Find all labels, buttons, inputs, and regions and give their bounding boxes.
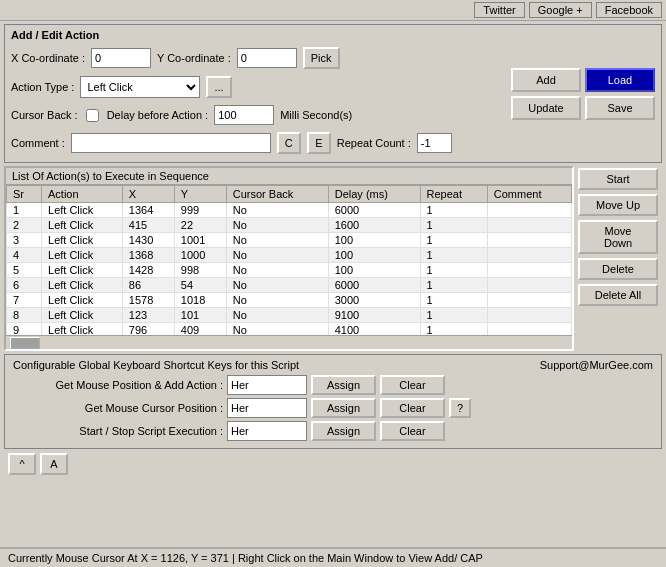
table-row[interactable]: 4Left Click13681000No1001	[7, 248, 572, 263]
table-cell: No	[226, 233, 328, 248]
shortcut-label: Get Mouse Cursor Position :	[13, 402, 223, 414]
table-cell: 9100	[328, 308, 420, 323]
column-header: Sr	[7, 186, 42, 203]
table-title: List Of Action(s) to Execute in Sequence	[6, 168, 572, 185]
question-button[interactable]: ?	[449, 398, 471, 418]
table-cell: 1018	[174, 293, 226, 308]
table-cell: 1428	[122, 263, 174, 278]
table-cell: Left Click	[42, 233, 123, 248]
load-button[interactable]: Load	[585, 68, 655, 92]
table-cell: 1	[420, 248, 487, 263]
table-row[interactable]: 6Left Click8654No60001	[7, 278, 572, 293]
google-plus-button[interactable]: Google +	[529, 2, 592, 18]
table-row[interactable]: 7Left Click15781018No30001	[7, 293, 572, 308]
y-coord-label: Y Co-ordinate :	[157, 52, 231, 64]
add-button[interactable]: Add	[511, 68, 581, 92]
table-cell: 796	[122, 323, 174, 336]
a-button[interactable]: A	[40, 453, 68, 475]
table-cell: 8	[7, 308, 42, 323]
table-cell: 1600	[328, 218, 420, 233]
table-cell: 100	[328, 263, 420, 278]
action-table: SrActionXYCursor BackDelay (ms)RepeatCom…	[6, 185, 572, 335]
table-cell: No	[226, 278, 328, 293]
clear-button[interactable]: Clear	[380, 398, 445, 418]
table-cell: 1	[420, 218, 487, 233]
shortcut-row: Get Mouse Cursor Position :AssignClear?	[13, 398, 653, 418]
table-cell: No	[226, 203, 328, 218]
table-cell: 1364	[122, 203, 174, 218]
table-cell: 409	[174, 323, 226, 336]
table-cell: 100	[328, 233, 420, 248]
table-cell: 123	[122, 308, 174, 323]
column-header: Comment	[487, 186, 571, 203]
table-cell: 1	[420, 263, 487, 278]
x-coord-label: X Co-ordinate :	[11, 52, 85, 64]
clear-button[interactable]: Clear	[380, 421, 445, 441]
save-button[interactable]: Save	[585, 96, 655, 120]
action-type-select[interactable]: Left Click Right Click Double Click Mous…	[80, 76, 200, 98]
bottom-controls: ^ A	[0, 449, 666, 479]
table-area: List Of Action(s) to Execute in Sequence…	[4, 166, 662, 351]
clear-button[interactable]: Clear	[380, 375, 445, 395]
twitter-button[interactable]: Twitter	[474, 2, 524, 18]
table-cell: 1578	[122, 293, 174, 308]
ms-label: Milli Second(s)	[280, 109, 352, 121]
table-cell: No	[226, 218, 328, 233]
shortcut-input[interactable]	[227, 421, 307, 441]
shortcut-input[interactable]	[227, 398, 307, 418]
move-up-button[interactable]: Move Up	[578, 194, 658, 216]
repeat-count-input[interactable]	[417, 133, 452, 153]
table-row[interactable]: 1Left Click1364999No60001	[7, 203, 572, 218]
table-cell	[487, 323, 571, 336]
up-arrow-button[interactable]: ^	[8, 453, 36, 475]
repeat-count-label: Repeat Count :	[337, 137, 411, 149]
facebook-button[interactable]: Facebook	[596, 2, 662, 18]
dotdotdot-button[interactable]: ...	[206, 76, 231, 98]
comment-input[interactable]	[71, 133, 271, 153]
column-header: Y	[174, 186, 226, 203]
cursor-back-label: Cursor Back :	[11, 109, 78, 121]
table-cell: 4100	[328, 323, 420, 336]
comment-label: Comment :	[11, 137, 65, 149]
table-cell: No	[226, 248, 328, 263]
table-row[interactable]: 3Left Click14301001No1001	[7, 233, 572, 248]
c-button[interactable]: C	[277, 132, 301, 154]
table-row[interactable]: 9Left Click796409No41001	[7, 323, 572, 336]
right-buttons-panel: Start Move Up Move Down Delete Delete Al…	[574, 166, 662, 351]
table-cell	[487, 248, 571, 263]
add-edit-panel: Add / Edit Action X Co-ordinate : Y Co-o…	[4, 24, 662, 163]
assign-button[interactable]: Assign	[311, 421, 376, 441]
pick-button[interactable]: Pick	[303, 47, 340, 69]
column-header: Cursor Back	[226, 186, 328, 203]
table-cell: No	[226, 293, 328, 308]
table-scroll[interactable]: SrActionXYCursor BackDelay (ms)RepeatCom…	[6, 185, 572, 335]
delay-input[interactable]	[214, 105, 274, 125]
table-cell: 1	[7, 203, 42, 218]
assign-button[interactable]: Assign	[311, 375, 376, 395]
table-cell: Left Click	[42, 293, 123, 308]
table-cell: 1	[420, 293, 487, 308]
delete-all-button[interactable]: Delete All	[578, 284, 658, 306]
table-row[interactable]: 8Left Click123101No91001	[7, 308, 572, 323]
start-button[interactable]: Start	[578, 168, 658, 190]
move-down-button[interactable]: Move Down	[578, 220, 658, 254]
table-cell: Left Click	[42, 308, 123, 323]
h-scrollbar[interactable]	[6, 335, 572, 349]
x-coord-input[interactable]	[91, 48, 151, 68]
update-button[interactable]: Update	[511, 96, 581, 120]
delete-button[interactable]: Delete	[578, 258, 658, 280]
table-cell: 2	[7, 218, 42, 233]
table-cell: No	[226, 308, 328, 323]
cursor-back-checkbox[interactable]	[86, 109, 99, 122]
shortcuts-title: Configurable Global Keyboard Shortcut Ke…	[13, 359, 299, 371]
e-button[interactable]: E	[307, 132, 331, 154]
table-row[interactable]: 5Left Click1428998No1001	[7, 263, 572, 278]
delay-label: Delay before Action :	[107, 109, 209, 121]
table-cell: 6	[7, 278, 42, 293]
assign-button[interactable]: Assign	[311, 398, 376, 418]
table-row[interactable]: 2Left Click41522No16001	[7, 218, 572, 233]
table-cell: 3000	[328, 293, 420, 308]
y-coord-input[interactable]	[237, 48, 297, 68]
table-cell: Left Click	[42, 248, 123, 263]
shortcut-input[interactable]	[227, 375, 307, 395]
